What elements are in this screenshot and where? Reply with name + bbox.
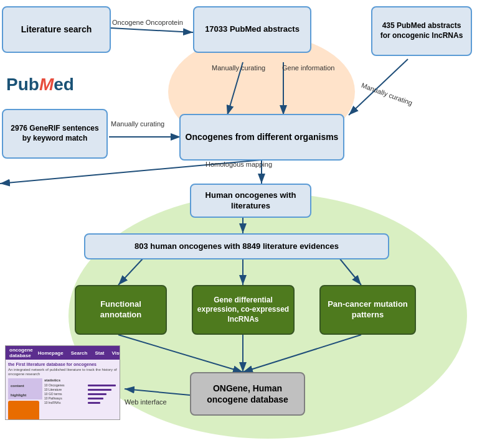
screenshot-nav: Homepage Search Stat Visual About: [38, 350, 120, 356]
pubmed-m: M: [39, 75, 54, 94]
content-highlight-text: content highlight: [11, 384, 26, 397]
screenshot-left-col: content highlight: [8, 378, 42, 420]
stat-row-2: 10 Literature: [44, 388, 117, 391]
screenshot-right-col: statistics 10 Oncogenes 10 Literature 10…: [44, 378, 117, 420]
homologous-mapping-label: Homologous mapping: [205, 161, 272, 169]
pubmed-ed: ed: [54, 75, 74, 94]
oncogenes-box: Oncogenes from different organisms: [179, 114, 344, 161]
stat-row-1: 10 Oncogenes: [44, 383, 117, 387]
stat-row-5: 10 lncRNAs: [44, 401, 117, 404]
stat-label-4: 10 Pathways: [44, 396, 88, 400]
manually-curating1-label: Manually curating: [212, 64, 265, 72]
gene-information-label: Gene information: [282, 64, 334, 72]
manually-curating3-label: Manually curating: [111, 120, 164, 128]
screenshot-content-rows: content highlight statistics 10 Oncogene…: [8, 378, 117, 420]
pubmed-logo: PubMed: [6, 75, 74, 95]
stat-row-4: 10 Pathways: [44, 396, 117, 400]
stat-bar-4: [88, 398, 103, 399]
803-box: 803 human oncogenes with 8849 literature…: [84, 233, 389, 259]
stats-label: statistics: [44, 378, 117, 382]
stat-label-5: 10 lncRNAs: [44, 401, 88, 404]
functional-box: Functional annotation: [75, 285, 167, 335]
gene-diff-box: Gene differential expression, co-express…: [192, 285, 295, 335]
nav-visual: Visual: [112, 350, 121, 356]
screenshot-image: [8, 401, 39, 420]
stat-label-3: 10 GO terms: [44, 392, 88, 396]
svg-line-2: [111, 28, 193, 32]
nav-search: Search: [71, 350, 88, 356]
stat-bar-3: [88, 393, 106, 395]
screenshot-header: oncogene database Homepage Search Stat V…: [6, 346, 120, 360]
stat-label-2: 10 Literature: [44, 388, 88, 391]
ongene-box: ONGene, Human oncogene database: [190, 372, 305, 416]
stat-row-3: 10 GO terms: [44, 392, 117, 396]
screenshot-site-title: oncogene database: [9, 347, 33, 358]
pan-cancer-box: Pan-cancer mutation patterns: [319, 285, 416, 335]
stat-bar-2: [88, 389, 111, 391]
generif-box: 2976 GeneRIF sentences by keyword match: [2, 109, 108, 159]
diagram-container: Literature search 17033 PubMed abstracts…: [0, 0, 477, 448]
screenshot-db-subtitle: An integrated network of published liter…: [8, 368, 117, 376]
oncogene-oncoprotein-label: Oncogene Oncoprotein: [112, 19, 183, 27]
screenshot-db-title: the First literature database for oncoge…: [8, 362, 117, 366]
website-screenshot: oncogene database Homepage Search Stat V…: [5, 345, 120, 420]
screenshot-body: the First literature database for oncoge…: [6, 360, 120, 420]
web-interface-label: Web interface: [125, 398, 167, 406]
pubmed-lncrna-box: 435 PubMed abstracts for oncogenic lncRN…: [371, 6, 472, 56]
stat-label-1: 10 Oncogenes: [44, 383, 88, 387]
stat-bar-5: [88, 402, 100, 404]
literature-search-box: Literature search: [2, 6, 111, 53]
pubmed-pub: Pub: [6, 75, 39, 94]
human-oncogenes-box: Human oncogenes with literatures: [190, 184, 311, 218]
pubmed-abstracts-box: 17033 PubMed abstracts: [193, 6, 311, 53]
content-highlight: content highlight: [8, 378, 42, 399]
manually-curating2-label: Manually curating: [360, 82, 413, 108]
nav-stat: Stat: [95, 350, 104, 356]
nav-home: Homepage: [38, 350, 64, 356]
stat-bar-1: [88, 385, 116, 386]
